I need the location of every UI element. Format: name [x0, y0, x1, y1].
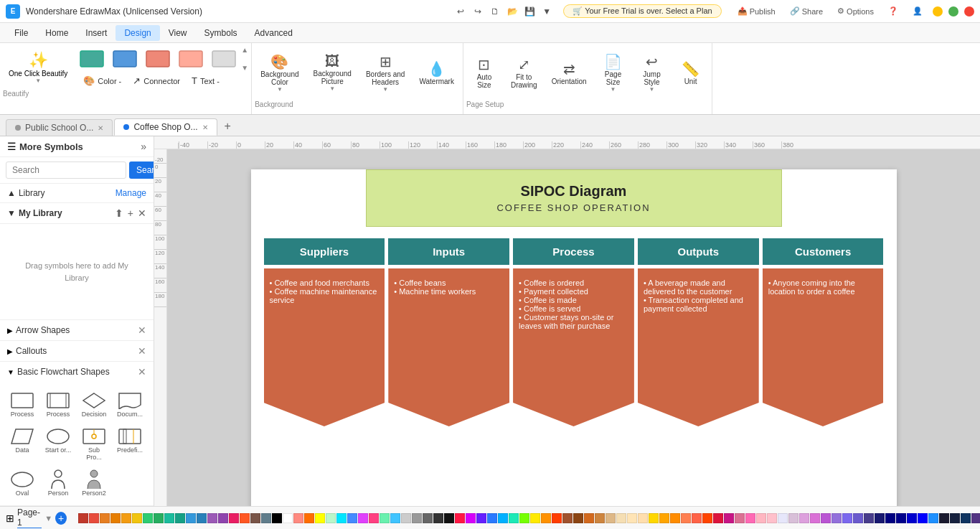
color-swatch[interactable]: [853, 513, 863, 523]
jump-style-btn[interactable]: ↩ JumpStyle ▼: [634, 50, 670, 95]
menu-view[interactable]: View: [160, 25, 196, 41]
more-btn[interactable]: ▼: [539, 4, 555, 19]
color-swatch[interactable]: [186, 513, 196, 523]
shape-process2[interactable]: Process: [42, 388, 75, 421]
styles-up[interactable]: ▲: [241, 46, 248, 54]
color-swatch[interactable]: [713, 513, 723, 523]
color-swatch[interactable]: [573, 513, 583, 523]
color-swatch[interactable]: [272, 513, 282, 523]
callouts-header[interactable]: ▶ Callouts ✕: [0, 341, 154, 361]
color-swatch[interactable]: [702, 513, 712, 523]
color-swatch[interactable]: [433, 513, 443, 523]
arrow-shapes-header[interactable]: ▶ Arrow Shapes ✕: [0, 320, 154, 340]
color-swatch[interactable]: [455, 513, 465, 523]
color-swatch[interactable]: [638, 513, 648, 523]
add-tab-btn[interactable]: +: [219, 117, 237, 136]
open-btn[interactable]: 📂: [504, 4, 520, 19]
export-lib-btn[interactable]: ⬆: [115, 207, 123, 219]
user-avatar[interactable]: 👤: [908, 5, 927, 17]
publish-btn[interactable]: 📤 Publish: [733, 5, 780, 17]
search-input[interactable]: [6, 161, 126, 179]
color-swatch[interactable]: [552, 513, 562, 523]
color-swatch[interactable]: [240, 513, 250, 523]
color-swatch[interactable]: [154, 513, 164, 523]
color-swatch[interactable]: [110, 513, 121, 523]
shape-person2[interactable]: Person2: [77, 467, 110, 500]
color-swatch[interactable]: [347, 513, 357, 523]
color-swatch[interactable]: [175, 513, 185, 523]
shape-decision[interactable]: Decision: [77, 388, 110, 421]
color-swatch[interactable]: [950, 513, 960, 523]
color-swatch[interactable]: [121, 513, 131, 523]
borders-btn[interactable]: ⊞ Borders andHeaders ▼: [360, 50, 410, 95]
color-swatch[interactable]: [78, 513, 88, 523]
color-swatch[interactable]: [304, 513, 314, 523]
color-swatch[interactable]: [336, 513, 347, 523]
menu-file[interactable]: File: [6, 25, 37, 41]
color-swatch[interactable]: [810, 513, 820, 523]
search-button[interactable]: Search: [129, 161, 154, 179]
color-swatch[interactable]: [132, 513, 142, 523]
color-swatch[interactable]: [315, 513, 325, 523]
menu-home[interactable]: Home: [37, 25, 77, 41]
color-swatch[interactable]: [939, 513, 949, 523]
color-swatch[interactable]: [164, 513, 174, 523]
color-swatch[interactable]: [918, 513, 928, 523]
color-swatch[interactable]: [584, 513, 594, 523]
color-swatch[interactable]: [218, 513, 228, 523]
minimize-btn[interactable]: [933, 6, 943, 17]
diagram-icon[interactable]: ⊞: [6, 512, 14, 524]
color-swatch[interactable]: [89, 513, 99, 523]
share-btn[interactable]: 🔗 Share: [786, 5, 827, 17]
color-swatch[interactable]: [369, 513, 379, 523]
color-swatch[interactable]: [401, 513, 411, 523]
unit-btn[interactable]: 📏 Unit: [673, 57, 709, 88]
color-swatch[interactable]: [778, 513, 788, 523]
color-swatch[interactable]: [767, 513, 777, 523]
color-swatch[interactable]: [390, 513, 400, 523]
text-btn[interactable]: T Text -: [187, 73, 224, 88]
color-swatch[interactable]: [659, 513, 669, 523]
color-swatch[interactable]: [541, 513, 551, 523]
styles-down[interactable]: ▼: [241, 64, 248, 72]
one-click-beautify-btn[interactable]: ✨ One Click Beautify ▼: [3, 48, 73, 87]
shape-person[interactable]: Person: [42, 467, 75, 500]
color-swatch[interactable]: [250, 513, 260, 523]
color-swatch[interactable]: [595, 513, 605, 523]
color-swatch[interactable]: [735, 513, 745, 523]
maximize-btn[interactable]: [948, 6, 958, 17]
bg-color-btn[interactable]: 🎨 BackgroundColor ▼: [255, 50, 304, 95]
page-size-btn[interactable]: 📄 PageSize ▼: [595, 50, 631, 95]
save-btn[interactable]: 💾: [522, 4, 537, 19]
color-swatch[interactable]: [875, 513, 885, 523]
shape-document[interactable]: Docum...: [113, 388, 146, 421]
orientation-btn[interactable]: ⇄ Orientation: [546, 57, 593, 88]
color-swatch[interactable]: [444, 513, 454, 523]
style4-btn[interactable]: [175, 46, 207, 72]
color-swatch[interactable]: [606, 513, 616, 523]
color-swatch[interactable]: [961, 513, 971, 523]
color-swatch[interactable]: [509, 513, 519, 523]
auto-size-btn[interactable]: ⊡ AutoSize: [466, 53, 502, 92]
color-swatch[interactable]: [692, 513, 702, 523]
shape-subprocess[interactable]: Sub Pro...: [77, 423, 110, 464]
color-swatch[interactable]: [530, 513, 540, 523]
color-swatch[interactable]: [831, 513, 842, 523]
arrow-shapes-close[interactable]: ✕: [138, 324, 146, 336]
redo-btn[interactable]: ↪: [470, 4, 486, 19]
options-btn[interactable]: ⚙ Options: [833, 5, 878, 17]
menu-design[interactable]: Design: [116, 25, 159, 41]
style5-btn[interactable]: [208, 46, 240, 72]
panel-collapse-btn[interactable]: »: [141, 141, 146, 152]
help-btn[interactable]: ❓: [884, 5, 903, 17]
color-swatch[interactable]: [864, 513, 874, 523]
menu-insert[interactable]: Insert: [77, 25, 116, 41]
close-lib-btn[interactable]: ✕: [138, 207, 146, 219]
page-dropdown-icon[interactable]: ▼: [44, 514, 52, 523]
canvas-wrapper[interactable]: SIPOC Diagram COFFEE SHOP OPERATION Supp…: [167, 149, 980, 506]
tab-coffee-shop[interactable]: Coffee Shop O... ✕: [114, 118, 217, 136]
color-swatch[interactable]: [821, 513, 831, 523]
color-swatch[interactable]: [799, 513, 809, 523]
callouts-close[interactable]: ✕: [138, 345, 146, 357]
color-swatch[interactable]: [788, 513, 798, 523]
